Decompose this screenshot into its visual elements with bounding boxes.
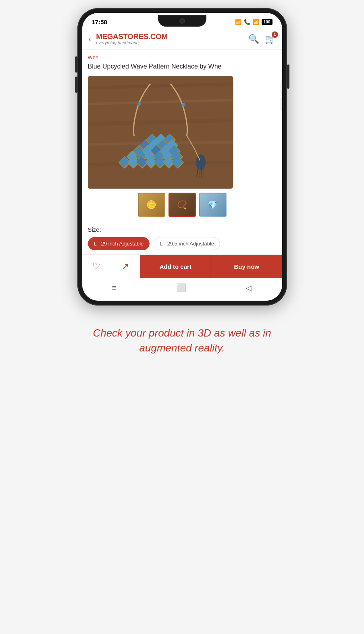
phone-screen: 17:58 📶 📞 📶 100 ‹ MEGASTORES.COM everyth… — [82, 13, 282, 301]
share-button[interactable]: ↗ — [111, 255, 140, 278]
status-icons: 📶 📞 📶 100 — [235, 19, 272, 25]
volume-up-button[interactable] — [75, 56, 77, 73]
svg-rect-0 — [88, 76, 233, 189]
back-nav-button[interactable]: ◁ — [246, 283, 252, 293]
battery-indicator: 100 — [262, 19, 272, 25]
phone-notch — [158, 15, 206, 27]
main-product-image[interactable] — [88, 76, 233, 189]
volume-down-button[interactable] — [75, 77, 77, 93]
product-image-area: 👁️ 3D 🪙 📿 💎 — [88, 76, 277, 221]
thumbnail-3[interactable]: 💎 — [199, 193, 227, 217]
ar-button[interactable]: 👁️ — [281, 80, 282, 94]
phone-shell: 17:58 📶 📞 📶 100 ‹ MEGASTORES.COM everyth… — [77, 8, 287, 306]
search-button[interactable]: 🔍 — [248, 34, 259, 44]
tagline-text: Check your product in 3D as well as in a… — [85, 326, 279, 355]
logo-text: MEGASTORES.COM — [96, 33, 167, 40]
brand-label: Whe — [88, 54, 277, 60]
buy-now-button[interactable]: Buy now — [211, 255, 282, 278]
power-button[interactable] — [287, 64, 289, 89]
header-right: 🔍 🛒 1 — [248, 34, 276, 44]
logo-sub: everything handmade — [96, 41, 139, 45]
thumbnail-2[interactable]: 📿 — [168, 193, 196, 217]
product-content: Whe Blue Upcycled Wave Pattern Necklace … — [82, 50, 282, 221]
signal-icon: 📶 — [253, 19, 259, 25]
header-left: ‹ MEGASTORES.COM everything handmade — [89, 33, 168, 45]
cart-button[interactable]: 🛒 1 — [265, 34, 276, 44]
size-option-1[interactable]: L - 29 inch Adjustable — [88, 237, 150, 250]
thumbnail-1[interactable]: 🪙 — [138, 193, 165, 217]
svg-line-61 — [202, 166, 202, 179]
thumbnail-1-image: 🪙 — [139, 193, 164, 216]
3d-button[interactable]: 3D — [281, 97, 282, 111]
wifi-icon: 📶 — [235, 19, 241, 25]
thumbnail-3-image: 💎 — [200, 193, 226, 216]
size-section: Size: L - 29 inch Adjustable L - 29.5 in… — [82, 221, 282, 254]
product-thumbnails: 🪙 📿 💎 — [138, 193, 227, 221]
wishlist-button[interactable]: ♡ — [82, 255, 111, 278]
status-time: 17:58 — [92, 19, 107, 25]
phone-camera — [179, 18, 185, 24]
logo-container: MEGASTORES.COM everything handmade — [96, 33, 167, 45]
product-title: Blue Upcycled Wave Pattern Necklace by W… — [88, 62, 277, 71]
app-header: ‹ MEGASTORES.COM everything handmade 🔍 🛒… — [82, 29, 282, 50]
action-bar: ♡ ↗ Add to cart Buy now — [82, 254, 282, 278]
home-button[interactable]: ⬜ — [176, 283, 186, 293]
size-label: Size: — [88, 226, 277, 233]
svg-point-7 — [182, 103, 185, 106]
ar-buttons: 👁️ 3D — [281, 80, 282, 111]
thumbnail-2-image: 📿 — [169, 193, 195, 216]
size-option-2[interactable]: L - 29.5 inch Adjustable — [154, 237, 220, 250]
add-to-cart-button[interactable]: Add to cart — [140, 255, 211, 278]
nav-bar: ≡ ⬜ ◁ — [82, 278, 282, 301]
call-icon: 📞 — [244, 19, 250, 25]
bottom-tagline: Check your product in 3D as well as in a… — [77, 326, 287, 355]
share-icon: ↗ — [122, 261, 129, 272]
svg-point-6 — [137, 102, 141, 106]
hamburger-button[interactable]: ≡ — [112, 283, 117, 293]
svg-point-58 — [196, 154, 206, 170]
size-options: L - 29 inch Adjustable L - 29.5 inch Adj… — [88, 237, 277, 250]
back-button[interactable]: ‹ — [89, 34, 92, 44]
heart-icon: ♡ — [92, 261, 100, 272]
cart-badge: 1 — [272, 31, 278, 38]
